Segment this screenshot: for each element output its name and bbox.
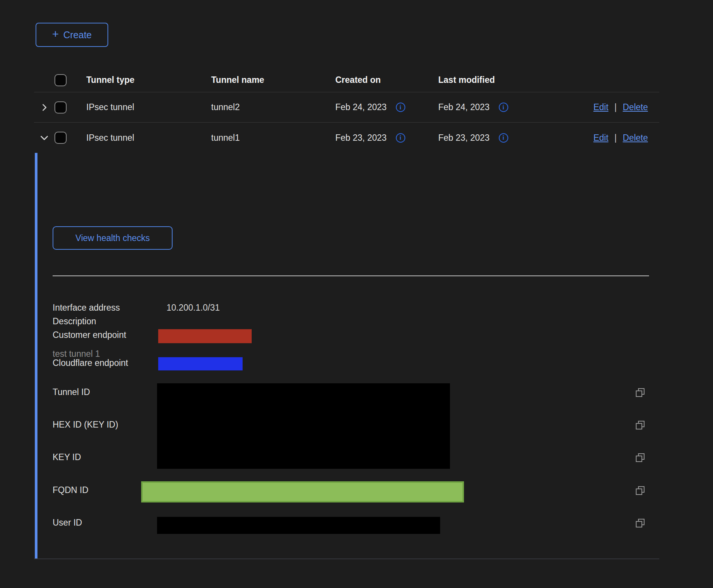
table-row-tunnel2: IPsec tunnel tunnel2 Feb 24, 2023 i Feb … [34, 92, 659, 123]
cloudflare-endpoint-label: Cloudflare endpoint [53, 358, 128, 368]
view-health-checks-button[interactable]: View health checks [53, 226, 173, 250]
row-checkbox[interactable] [54, 132, 67, 144]
header-last-modified: Last modified [434, 75, 540, 85]
tunnels-table: Tunnel type Tunnel name Created on Last … [34, 68, 659, 153]
fqdn-id-label: FQDN ID [53, 485, 89, 495]
tunnel-name-cell: tunnel2 [206, 102, 331, 112]
last-modified-value: Feb 24, 2023 [438, 102, 490, 112]
create-button-label: Create [63, 30, 92, 40]
copy-icon[interactable] [635, 518, 646, 529]
hex-id-label: HEX ID (KEY ID) [53, 420, 118, 430]
tunnel-type-cell: IPsec tunnel [81, 133, 206, 143]
row-checkbox[interactable] [54, 101, 67, 114]
customer-endpoint-label: Customer endpoint [53, 330, 126, 340]
info-icon[interactable]: i [499, 133, 508, 143]
info-icon[interactable]: i [396, 103, 405, 112]
table-header-row: Tunnel type Tunnel name Created on Last … [34, 68, 659, 92]
tunnel-type-cell: IPsec tunnel [81, 102, 206, 112]
copy-icon[interactable] [635, 452, 646, 464]
interface-address-value: 10.200.1.0/31 [167, 303, 220, 313]
header-tunnel-name: Tunnel name [206, 75, 331, 85]
table-row-tunnel1-expanded: IPsec tunnel tunnel1 Feb 23, 2023 i Feb … [34, 123, 659, 153]
cloudflare-endpoint-redacted-value [158, 357, 243, 370]
last-modified-value: Feb 23, 2023 [438, 133, 490, 143]
description-label: Description [53, 316, 96, 327]
edit-link[interactable]: Edit [593, 133, 609, 143]
info-icon[interactable]: i [499, 103, 508, 112]
copy-icon[interactable] [635, 485, 646, 496]
expanded-tunnel-details: Description test tunnel 1 View health ch… [35, 153, 660, 558]
tunnel-id-label: Tunnel ID [53, 387, 90, 397]
section-divider [53, 275, 649, 276]
fqdn-id-redacted-value [141, 481, 464, 502]
plus-icon: + [52, 28, 59, 40]
actions-separator: | [615, 133, 617, 143]
user-id-label: User ID [53, 518, 82, 528]
tunnels-page: + Create Tunnel type Tunnel name Created… [0, 0, 713, 588]
actions-separator: | [615, 102, 617, 112]
chevron-down-icon[interactable] [39, 132, 50, 143]
create-button[interactable]: + Create [36, 23, 108, 47]
expanded-section-bottom-divider [34, 558, 659, 559]
info-icon[interactable]: i [396, 133, 405, 143]
delete-link[interactable]: Delete [623, 133, 648, 143]
chevron-right-icon[interactable] [39, 103, 49, 112]
header-tunnel-type: Tunnel type [81, 75, 206, 85]
delete-link[interactable]: Delete [623, 102, 648, 112]
description-value: test tunnel 1 [53, 349, 100, 359]
edit-link[interactable]: Edit [593, 102, 609, 112]
customer-endpoint-redacted-value [158, 329, 252, 343]
select-all-checkbox[interactable] [54, 74, 67, 86]
copy-icon[interactable] [635, 420, 646, 431]
created-on-value: Feb 23, 2023 [335, 133, 387, 143]
header-created-on: Created on [331, 75, 434, 85]
tunnel-hex-key-id-redacted-values [157, 383, 450, 469]
created-on-value: Feb 24, 2023 [335, 102, 387, 112]
tunnel-name-cell: tunnel1 [206, 133, 331, 143]
user-id-redacted-value [157, 517, 440, 534]
copy-icon[interactable] [635, 387, 646, 398]
key-id-label: KEY ID [53, 452, 81, 462]
interface-address-label: Interface address [53, 303, 120, 313]
